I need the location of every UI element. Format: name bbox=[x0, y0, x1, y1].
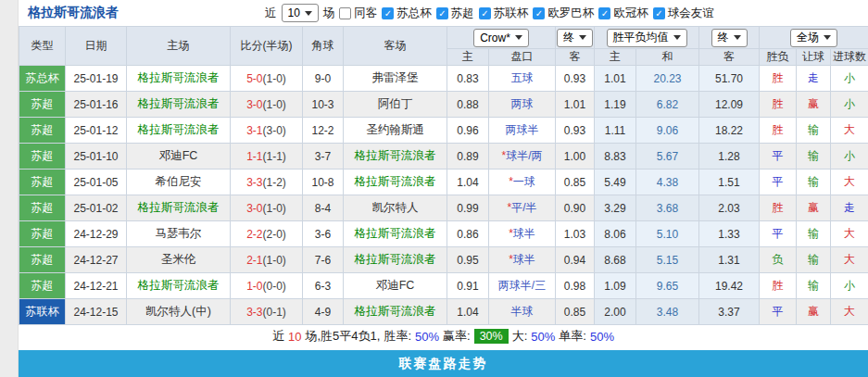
table-row: 苏超24-12-27圣米伦2-1(1-0)7-6格拉斯哥流浪者0.95*球半0.… bbox=[19, 247, 868, 273]
match-score: 2-2(2-0) bbox=[231, 221, 303, 247]
home-odds: 0.89 bbox=[447, 144, 489, 170]
result-cell: 胜 bbox=[760, 66, 797, 92]
home-team: 格拉斯哥流浪者 bbox=[127, 66, 231, 92]
checkbox-checked-icon: ✓ bbox=[382, 7, 394, 19]
home-odds: 1.04 bbox=[447, 299, 489, 325]
avg-home: 1.11 bbox=[595, 118, 636, 144]
checkbox-checked-icon: ✓ bbox=[533, 7, 545, 19]
avg-away: 1.31 bbox=[699, 247, 760, 273]
home-odds: 0.88 bbox=[447, 92, 489, 118]
home-team: 邓迪FC bbox=[127, 144, 231, 170]
team-title: 格拉斯哥流浪者 bbox=[28, 5, 119, 21]
away-odds: 0.93 bbox=[556, 118, 595, 144]
filter-checkbox-3[interactable]: ✓ 欧罗巴杯 bbox=[533, 6, 594, 21]
corners: 9-0 bbox=[303, 66, 344, 92]
avg-home: 1.09 bbox=[595, 273, 636, 299]
away-team: 格拉斯哥流浪者 bbox=[344, 247, 447, 273]
home-odds: 0.91 bbox=[447, 273, 489, 299]
corners: 6-3 bbox=[303, 273, 344, 299]
away-team: 阿伯丁 bbox=[344, 92, 447, 118]
league-handicap-trend-bar[interactable]: 联赛盘路走势 bbox=[19, 350, 868, 377]
odds-time2-cell: 终 bbox=[699, 27, 760, 49]
away-team: 圣约翰斯通 bbox=[344, 118, 447, 144]
away-odds: 0.98 bbox=[556, 273, 595, 299]
goals-cell: 小 bbox=[831, 66, 868, 92]
corners: 8-4 bbox=[303, 195, 344, 221]
single-rate-value: 50% bbox=[590, 330, 614, 344]
odds-time1-select[interactable]: 终 bbox=[557, 29, 593, 47]
avg-home: 5.49 bbox=[595, 170, 636, 195]
goals-cell: 大 bbox=[831, 170, 868, 195]
corners: 10-3 bbox=[303, 92, 344, 118]
filter-checkbox-0[interactable]: ✓ 苏总杯 bbox=[382, 6, 432, 21]
type-badge: 苏超 bbox=[19, 273, 66, 299]
match-date: 25-01-05 bbox=[66, 170, 127, 195]
near-label: 近 bbox=[265, 6, 277, 21]
handicap: 两球 bbox=[489, 92, 556, 118]
home-odds: 0.86 bbox=[447, 221, 489, 247]
avg-away: 19.42 bbox=[699, 273, 760, 299]
same-away-checkbox[interactable]: 同客 bbox=[339, 6, 377, 21]
away-team: 邓迪FC bbox=[344, 273, 447, 299]
sub-header-let-result: 让球 bbox=[797, 49, 831, 66]
handicap-result-cell: 输 bbox=[797, 247, 831, 273]
result-cell: 平 bbox=[760, 144, 797, 170]
odds-time2-select[interactable]: 终 bbox=[711, 29, 748, 47]
home-team: 格拉斯哥流浪者 bbox=[127, 273, 231, 299]
odds-company-select[interactable]: Crow* bbox=[473, 29, 529, 47]
avg-away: 12.09 bbox=[699, 92, 760, 118]
avg-home: 8.83 bbox=[595, 144, 636, 170]
sub-header-goals: 进球数 bbox=[831, 49, 868, 66]
match-score: 3-3(0-1) bbox=[231, 299, 303, 325]
away-team: 凯尔特人 bbox=[344, 195, 447, 221]
avg-draw: 3.68 bbox=[636, 195, 699, 221]
filter-checkbox-4[interactable]: ✓ 欧冠杯 bbox=[598, 6, 648, 21]
table-row: 苏总杯25-01-19格拉斯哥流浪者5-0(1-0)9-0弗雷泽堡0.83五球0… bbox=[19, 66, 868, 92]
away-odds: 0.85 bbox=[556, 170, 595, 195]
handicap-result-cell: 输 bbox=[797, 221, 831, 247]
odds-time1-cell: 终 bbox=[556, 27, 595, 49]
col-header-score: 比分(半场) bbox=[231, 27, 303, 66]
home-team: 圣米伦 bbox=[127, 247, 231, 273]
result-cell: 平 bbox=[760, 170, 797, 195]
avg-away: 3.37 bbox=[699, 299, 760, 325]
filter-checkbox-2[interactable]: ✓ 苏联杯 bbox=[479, 6, 529, 21]
goals-cell: 小 bbox=[831, 92, 868, 118]
away-odds: 0.93 bbox=[556, 66, 595, 92]
over-rate-value: 50% bbox=[531, 330, 555, 344]
away-odds: 0.90 bbox=[556, 195, 595, 221]
table-row: 苏联杯24-12-15凯尔特人(中)3-3(0-1)4-9格拉斯哥流浪者1.04… bbox=[19, 299, 868, 325]
filter-checkbox-5[interactable]: ✓ 球会友谊 bbox=[653, 6, 714, 21]
filter-checkbox-1[interactable]: ✓ 苏超 bbox=[436, 6, 474, 21]
match-score: 2-1(1-0) bbox=[231, 247, 303, 273]
chevron-down-icon bbox=[515, 35, 522, 40]
table-row: 苏超24-12-29马瑟韦尔2-2(2-0)3-6格拉斯哥流浪者0.86*球半1… bbox=[19, 221, 868, 247]
avg-type-select[interactable]: 胜平负均值 bbox=[607, 29, 687, 47]
summary-count: 10 bbox=[288, 330, 301, 344]
chevron-down-icon bbox=[673, 35, 681, 40]
avg-draw: 5.10 bbox=[636, 221, 699, 247]
handicap-result-cell: 输 bbox=[797, 118, 831, 144]
avg-away: 2.03 bbox=[699, 195, 760, 221]
away-team: 格拉斯哥流浪者 bbox=[344, 299, 447, 325]
sub-header-odds-away: 客 bbox=[556, 49, 595, 66]
avg-draw: 6.82 bbox=[636, 92, 699, 118]
handicap-win-label: 赢率: bbox=[443, 328, 471, 345]
corners: 4-9 bbox=[303, 299, 344, 325]
goals-cell: 大 bbox=[831, 118, 868, 144]
match-count-select[interactable]: 10 bbox=[282, 4, 319, 22]
table-row: 苏超25-01-05希伯尼安3-3(1-2)10-8格拉斯哥流浪者1.04*一球… bbox=[19, 170, 868, 195]
match-date: 25-01-19 bbox=[66, 66, 127, 92]
match-date: 24-12-29 bbox=[66, 221, 127, 247]
type-badge: 苏超 bbox=[19, 221, 66, 247]
sub-header-avg-away: 客 bbox=[699, 49, 760, 66]
table-row: 苏超25-01-02格拉斯哥流浪者3-0(1-0)8-4凯尔特人0.99*平/半… bbox=[19, 195, 868, 221]
home-team: 格拉斯哥流浪者 bbox=[127, 92, 231, 118]
match-date: 24-12-27 bbox=[66, 247, 127, 273]
type-badge: 苏超 bbox=[19, 195, 66, 221]
home-team: 格拉斯哥流浪者 bbox=[127, 195, 231, 221]
scope-select[interactable]: 全场 bbox=[790, 29, 837, 47]
away-odds: 1.00 bbox=[556, 144, 595, 170]
match-date: 25-01-16 bbox=[66, 92, 127, 118]
type-badge: 苏超 bbox=[19, 170, 66, 195]
